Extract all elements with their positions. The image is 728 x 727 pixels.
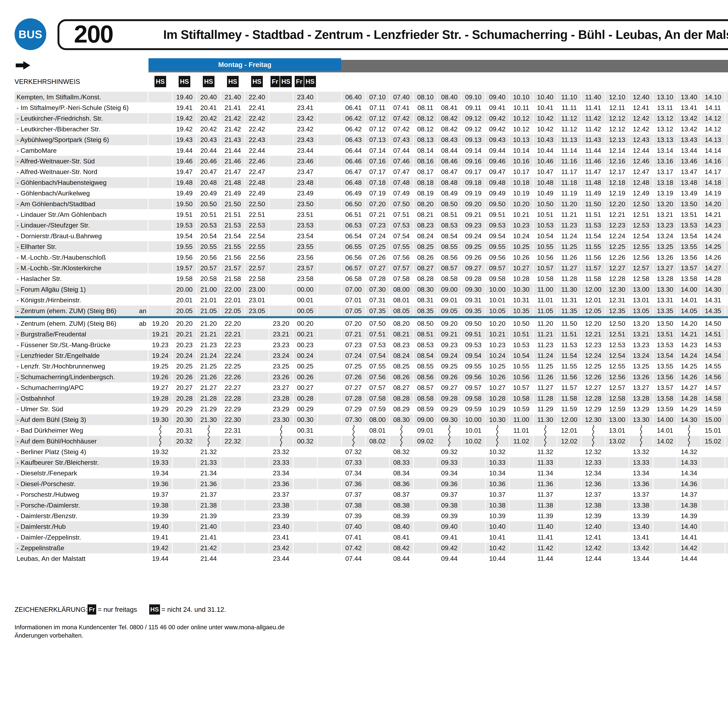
time-cell: 06.47 [342,167,365,177]
time-cell: 06.41 [342,103,365,113]
time-cell: 13.23 [629,340,653,350]
table-row: - Königstr./Hirnbeinstr.20.0121.0122.012… [15,295,728,305]
time-cell: 09.13 [462,135,485,145]
time-cell: 20.54 [197,231,220,241]
empty-cell [366,521,389,532]
time-cell: 07.56 [390,252,413,263]
time-cell: 08.27 [414,263,437,273]
time-cell: 08.35 [414,306,437,316]
time-cell: 23.21 [269,329,293,340]
time-cell: 13.57 [653,383,677,393]
stop-name: - Zentrum (ehem. ZUM) (Steig B6) [17,320,116,328]
empty-cell [414,543,437,553]
time-cell: 08.39 [390,511,413,521]
time-cell: 08.40 [390,521,413,532]
time-cell: 10.39 [486,511,509,521]
time-cell: 14.18 [701,177,725,188]
empty-cell [414,553,437,564]
time-cell: 23.56 [294,252,317,263]
time-cell: 09.42 [486,124,509,135]
time-cell: 21.20 [197,318,220,329]
stop-name-cell: - Daimlerstr./Benzstr. [15,511,148,521]
time-cell: 09.20 [462,199,485,209]
time-cell: 13.00 [606,415,629,425]
time-cell: 14.16 [701,156,725,167]
empty-cell [701,500,725,511]
time-cell: 09.54 [486,231,509,241]
time-cell: 23.43 [294,135,317,145]
time-cell: 22.56 [245,252,269,263]
empty-cell [558,489,581,500]
time-cell: 09.11 [462,103,485,113]
empty-cell [318,350,341,361]
time-cell: 10.49 [534,188,557,199]
time-cell: 10.57 [509,383,533,393]
time-cell: 06.54 [342,231,365,241]
time-cell: 12.44 [581,553,605,564]
time-cell: 11.34 [534,468,557,479]
time-cell: 11.58 [581,274,605,284]
time-cell: 20.26 [173,372,196,382]
time-cell: 09.28 [462,274,485,284]
time-cell: 14.30 [678,415,700,425]
time-cell: 13.24 [629,350,653,361]
time-cell: 13.50 [653,318,677,329]
stop-name: - Am Göhlenbach/Stadtbad [17,200,95,208]
time-cell: 10.21 [486,329,509,340]
time-cell: 19.26 [148,372,172,382]
time-cell: 08.05 [390,306,413,316]
time-cell: 19.42 [173,124,196,135]
time-cell: 10.26 [486,372,509,382]
empty-cell [318,284,341,295]
time-cell: 14.41 [725,103,728,113]
empty-cell [318,361,341,372]
time-cell: 00.28 [294,393,317,404]
empty-cell [653,511,677,521]
time-cell: 13.24 [653,231,677,241]
direction-arrow-icon [16,61,30,70]
stop-name: - Dieselstr./Fenepark [17,469,77,477]
stop-name: - Porsche-/Daimlerstr. [17,502,80,509]
stop-name: - Bad Dürkheimer Weg [17,427,83,434]
empty-cell [173,457,196,468]
stop-name-cell: - M.-Lochb.-Str./Klosterkirche [15,263,148,273]
stop-name: - Auf dem Bühl/Hochhäuser [17,438,97,445]
time-cell: 10.32 [486,447,509,457]
empty-cell [606,457,629,468]
empty-cell [173,521,196,532]
skip-stop-cell [629,425,653,436]
table-row: - Auf dem Bühl (Steig 3)19.3020.3021.302… [15,415,728,425]
time-cell: 23.55 [294,241,317,252]
time-cell: 10.50 [509,318,533,329]
time-cell: 22.46 [245,156,269,167]
time-cell: 11.44 [534,553,557,564]
time-cell: 07.40 [342,521,365,532]
time-cell: 11.40 [581,92,605,103]
table-row: - Daimlerstr./Benzstr.19.3921.3923.3907.… [15,511,728,521]
time-cell: 23.33 [269,457,293,468]
time-cell: 14.20 [701,199,725,209]
time-cell: 23.25 [269,361,293,372]
time-cell: 09.58 [486,274,509,284]
time-cell: 13.26 [629,372,653,382]
time-cell: 20.27 [173,383,196,393]
time-cell: 13.25 [629,361,653,372]
skip-stop-wavy-icon [448,425,451,436]
time-cell: 08.28 [414,274,437,284]
time-cell: 06.57 [342,263,365,273]
empty-cell [462,500,485,511]
time-cell: 14.11 [701,103,725,113]
time-cell: 19.49 [173,188,196,199]
time-cell: 08.47 [438,167,461,177]
time-cell: 14.14 [701,145,725,156]
time-cell: 14.50 [725,199,728,209]
time-cell: 11.12 [558,113,581,124]
time-cell: 14.29 [678,404,700,414]
time-cell: 14.23 [678,340,700,350]
time-cell: 09.38 [438,500,461,511]
time-cell: 14.56 [701,372,725,382]
time-cell: 21.01 [197,295,220,305]
time-cell: 21.24 [197,350,220,361]
empty-cell [318,415,341,425]
time-cell: 12.12 [606,124,629,135]
